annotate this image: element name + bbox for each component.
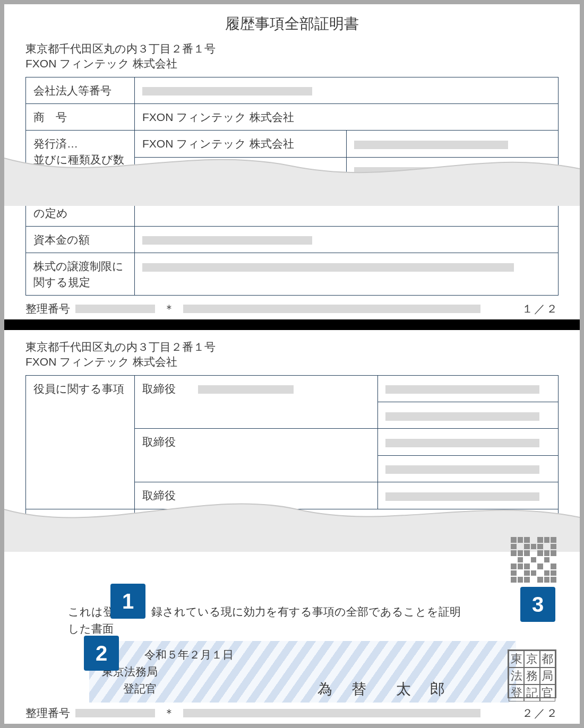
- qr-code-icon: [511, 537, 556, 583]
- company-header: 東京都千代田区丸の内３丁目２番１号 FXON フィンテック 株式会社: [4, 330, 580, 375]
- row-value: [378, 375, 559, 402]
- address-line: 東京都千代田区丸の内３丁目２番１号: [25, 340, 559, 354]
- page-2: 東京都千代田区丸の内３丁目２番１号 FXON フィンテック 株式会社 役員に関す…: [4, 330, 580, 724]
- company-name: FXON フィンテック 株式会社: [25, 354, 559, 369]
- row-label: に関す…: [26, 509, 135, 535]
- row-label: 株式の譲渡制限に関する規定: [26, 253, 135, 296]
- page-footer: 整理番号 ＊ １／２: [4, 299, 580, 319]
- redacted-bar: [75, 305, 155, 313]
- redacted-bar: [75, 709, 155, 717]
- footer-star: ＊: [164, 706, 175, 721]
- cert-office: 東京法務局: [102, 663, 503, 680]
- row-value: [347, 131, 559, 157]
- cert-officer-name: 為 替 太 郎: [317, 679, 452, 699]
- row-value: [135, 157, 347, 184]
- row-label: 資本金の額: [26, 227, 135, 253]
- redacted-bar: [183, 709, 480, 717]
- registry-table-1: 会社法人等番号 商 号 FXON フィンテック 株式会社 発行済… 並びに種類及…: [25, 77, 559, 296]
- footer-star: ＊: [164, 301, 175, 316]
- row-value: [378, 429, 559, 455]
- row-value: [378, 455, 559, 482]
- registry-table-2: 役員に関する事項 取締役 取締役 取締役 に関す…: [25, 375, 559, 536]
- doc-title: 履歴事項全部証明書: [4, 4, 580, 41]
- cert-date: 令和５年２月１日: [102, 646, 503, 663]
- row-value: [135, 184, 559, 227]
- footer-label: 整理番号: [25, 301, 70, 316]
- row-label: 会社法人等番号: [26, 77, 135, 103]
- page-number: １／２: [522, 301, 559, 316]
- row-value: 取締役: [135, 375, 378, 429]
- row-value: [378, 402, 559, 429]
- redacted-bar: [354, 167, 508, 176]
- row-value: 取締役: [135, 482, 378, 509]
- redacted-bar: [385, 385, 539, 394]
- callout-3: 3: [520, 587, 555, 622]
- page-footer: 整理番号 ＊ ２／２: [4, 704, 580, 724]
- row-label: 発行済… 並びに種類及び数: [26, 131, 135, 184]
- certification-panel: 令和５年２月１日 東京法務局 登記官 為 替 太 郎: [89, 641, 516, 703]
- row-value: [135, 77, 559, 103]
- callout-1: 1: [110, 584, 145, 619]
- redacted-bar: [385, 465, 539, 474]
- row-value: [135, 253, 559, 296]
- row-value: [378, 482, 559, 509]
- company-name: FXON フィンテック 株式会社: [25, 56, 559, 71]
- row-value: [135, 227, 559, 253]
- redacted-bar: [198, 385, 294, 394]
- page-1: 履歴事項全部証明書 東京都千代田区丸の内３丁目２番１号 FXON フィンテック …: [4, 4, 580, 319]
- footer-label: 整理番号: [25, 706, 70, 721]
- page-separator: [4, 319, 580, 330]
- redacted-bar: [142, 263, 514, 272]
- address-line: 東京都千代田区丸の内３丁目２番１号: [25, 41, 559, 56]
- redacted-bar: [142, 87, 312, 96]
- row-value: FXON フィンテック 株式会社: [135, 131, 347, 157]
- row-value: [347, 157, 559, 184]
- redacted-bar: [183, 305, 480, 313]
- row-value: FXON フィンテック 株式会社: [135, 104, 559, 131]
- row-label: 株券を発行する旨の定め: [26, 184, 135, 227]
- redacted-bar: [385, 439, 539, 447]
- row-value: [135, 509, 559, 535]
- redacted-bar: [385, 412, 539, 421]
- official-seal-icon: 東京都 法務局 登記官: [508, 649, 556, 698]
- redacted-bar: [142, 194, 381, 203]
- redacted-bar: [142, 236, 312, 245]
- row-label: 商 号: [26, 104, 135, 131]
- redacted-bar: [385, 492, 539, 501]
- redacted-bar: [354, 141, 508, 149]
- row-label: 役員に関する事項: [26, 375, 135, 509]
- row-value: 取締役: [135, 429, 378, 482]
- company-header: 東京都千代田区丸の内３丁目２番１号 FXON フィンテック 株式会社: [4, 41, 580, 77]
- callout-2: 2: [84, 636, 119, 671]
- page-number: ２／２: [522, 706, 559, 721]
